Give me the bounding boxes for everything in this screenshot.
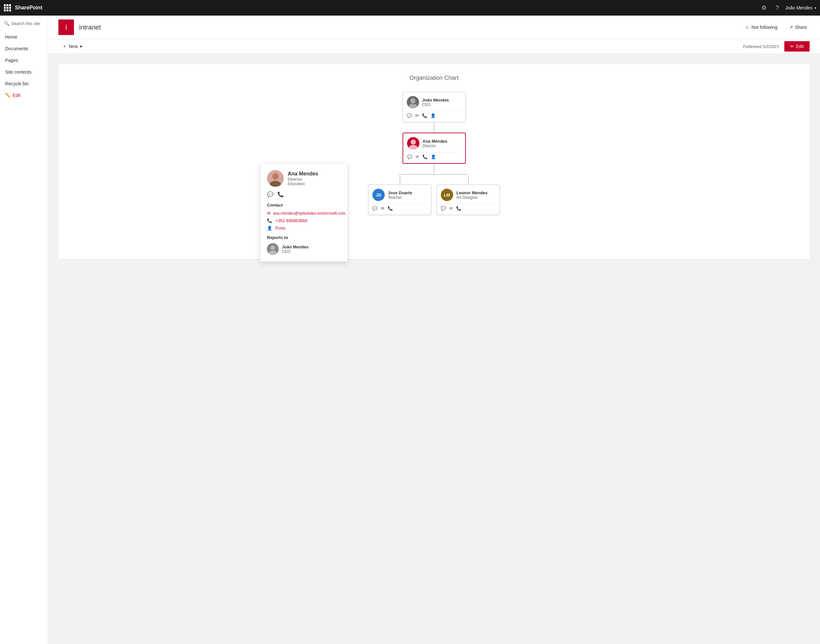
sidebar-item-home[interactable]: Home [0,31,48,43]
email-icon-3[interactable]: ✉ [381,206,384,211]
share-button[interactable]: ↗ Share [786,23,809,31]
app-logo: SharePoint [15,5,42,11]
user-menu[interactable]: João Mendes ▾ [785,5,816,11]
edit-page-button[interactable]: ✏ Edit [784,41,809,52]
help-icon[interactable]: ? [773,3,782,13]
connector-v-jose [399,174,400,184]
chevron-down-icon: ▾ [80,44,82,49]
layout: 🔍 Search this site Home Documents Pages … [0,15,820,644]
ceo-title: CEO [422,103,449,107]
phone-icon-2[interactable]: 📞 [422,154,427,159]
art-designer-name: Leonor Mendes [456,190,488,195]
site-header: i intranet ☆ Not following ↗ Share [48,15,820,39]
new-label: New [69,44,78,49]
org-icon-2[interactable]: 👤 [431,154,436,159]
user-name: João Mendes [785,5,812,11]
detail-phone-icon[interactable]: 📞 [277,191,284,198]
site-header-actions: ☆ Not following ↗ Share [742,23,809,31]
topbar: SharePoint ⚙ ? João Mendes ▾ [0,0,820,15]
detail-reports-row: João Mendes CEO [267,243,341,255]
detail-reports-name: João Mendes [282,244,309,249]
detail-contact-title: Contact [267,203,341,207]
sidebar: 🔍 Search this site Home Documents Pages … [0,15,48,644]
settings-icon[interactable]: ⚙ [759,3,769,13]
email-icon-2[interactable]: ✉ [416,154,419,159]
connector-v-1 [434,122,434,133]
ceo-avatar [407,96,419,108]
org-node-art-designer[interactable]: LM Leonor Mendes Art Designer [437,184,500,215]
child-leonor: LM Leonor Mendes Art Designer [437,174,500,215]
site-logo: i [58,20,74,35]
phone-icon-3[interactable]: 📞 [388,206,393,211]
chat-icon[interactable]: 💬 [407,113,412,118]
detail-email-icon: ✉ [267,211,270,216]
connector-v-leonor [468,174,469,184]
site-title: intranet [79,24,101,31]
chat-icon-3[interactable]: 💬 [372,206,378,211]
teacher-title: Teacher [388,195,412,200]
detail-role: Director [288,177,318,182]
published-status: Published 5/2/2021 [743,44,779,49]
org-node-director[interactable]: Ana Mendes Director 💬 ✉ 📞 👤 [402,133,466,164]
edit-page-label: Edit [796,44,804,49]
star-icon: ☆ [745,25,749,30]
detail-email-row: ✉ ana.mendes@spteckdev.onmicrosoft.com [267,211,341,216]
detail-phone-row: 📞 +351 936863668 [267,218,341,223]
user-chevron-icon: ▾ [814,6,816,10]
org-chart-title: Organization Chart [69,75,799,81]
phone-icon-4[interactable]: 📞 [456,206,461,211]
child-jose: JD Jose Duarte Teacher [368,174,431,215]
phone-icon[interactable]: 📞 [422,113,427,118]
teacher-initials: JD [376,193,381,198]
org-chart-container: Organization Chart João Mende [58,64,809,259]
director-title: Director [423,144,448,148]
search-label: Search this site [11,21,40,26]
main-content: i intranet ☆ Not following ↗ Share ＋ New… [48,15,820,644]
art-designer-avatar: LM [441,189,453,201]
email-icon-4[interactable]: ✉ [449,206,453,211]
detail-email-link[interactable]: ana.mendes@spteckdev.onmicrosoft.com [273,211,346,216]
edit-pencil-icon: ✏️ [5,93,11,98]
detail-department: Education [288,182,318,186]
org-icon[interactable]: 👤 [430,113,436,118]
sidebar-item-site-contents[interactable]: Site contents [0,66,48,78]
waffle-menu[interactable] [4,4,11,11]
not-following-button[interactable]: ☆ Not following [742,23,780,31]
detail-popup: Ana Mendes Director Education 💬 📞 Contac… [260,163,348,262]
content-area: Organization Chart João Mende [48,54,820,644]
svg-point-0 [410,98,416,103]
detail-avatar [267,170,284,187]
sidebar-item-pages[interactable]: Pages [0,54,48,66]
sidebar-search[interactable]: 🔍 Search this site [0,18,48,29]
ceo-name: João Mendes [422,98,449,103]
art-designer-initials: LM [444,193,450,198]
app-name: SharePoint [15,5,42,11]
chat-icon-2[interactable]: 💬 [407,154,412,159]
chat-icon-4[interactable]: 💬 [441,206,446,211]
sidebar-item-documents[interactable]: Documents [0,43,48,54]
h-connector [402,174,467,175]
svg-point-2 [411,140,416,145]
detail-reports-role: CEO [282,249,309,254]
sidebar-edit[interactable]: ✏️ Edit [0,89,48,101]
edit-icon: ✏ [790,44,794,49]
svg-point-3 [409,145,418,149]
share-label: Share [795,25,807,30]
org-node-ceo[interactable]: João Mendes CEO 💬 ✉ 📞 👤 [402,92,466,122]
detail-actions: 💬 📞 [267,191,341,198]
detail-popup-header: Ana Mendes Director Education [267,170,341,187]
site-logo-letter: i [66,23,67,31]
detail-location-text: Porto [275,226,286,230]
email-icon[interactable]: ✉ [415,113,419,118]
detail-phone-contact-icon: 📞 [267,218,273,223]
art-designer-title: Art Designer [456,195,488,200]
detail-chat-icon[interactable]: 💬 [267,191,273,198]
sidebar-nav: Home Documents Pages Site contents Recyc… [0,31,48,89]
toolbar: ＋ New ▾ Published 5/2/2021 ✏ Edit [48,39,820,54]
connector-v-2 [434,164,434,174]
sidebar-item-recycle-bin[interactable]: Recycle bin [0,78,48,89]
org-node-teacher[interactable]: JD Jose Duarte Teacher [368,184,431,215]
org-tree: João Mendes CEO 💬 ✉ 📞 👤 [69,92,799,215]
new-button[interactable]: ＋ New ▾ [58,41,86,51]
detail-phone-text: +351 936863668 [275,218,307,223]
